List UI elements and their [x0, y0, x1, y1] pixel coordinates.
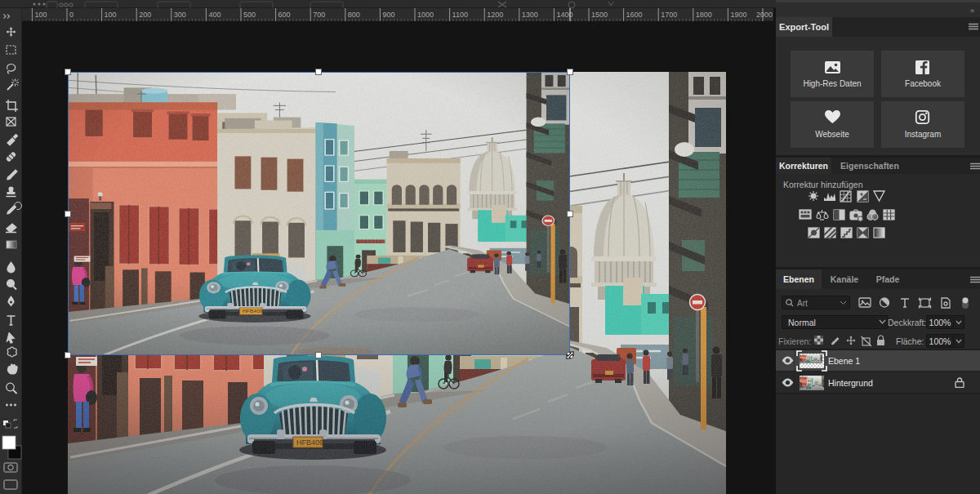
svg-text:700: 700 [313, 11, 325, 19]
svg-text:900: 900 [382, 11, 394, 19]
svg-text:1600: 1600 [626, 11, 643, 19]
svg-text:100: 100 [105, 11, 117, 19]
svg-text:Webseite: Webseite [815, 130, 849, 139]
svg-text:100: 100 [34, 11, 47, 19]
svg-text:2000: 2000 [756, 11, 773, 19]
svg-text:200: 200 [139, 11, 151, 19]
svg-text:500: 500 [243, 11, 256, 19]
svg-text:1800: 1800 [696, 11, 712, 19]
svg-text:1100: 1100 [452, 11, 468, 19]
svg-text:300: 300 [174, 11, 186, 19]
svg-text:High-Res Daten: High-Res Daten [803, 79, 861, 88]
svg-text:1900: 1900 [730, 11, 746, 19]
svg-text:1300: 1300 [522, 11, 538, 19]
svg-text:1000: 1000 [417, 11, 434, 19]
svg-text:1700: 1700 [661, 11, 677, 19]
svg-text:600: 600 [278, 11, 291, 19]
svg-text:400: 400 [208, 11, 220, 19]
svg-text:0: 0 [69, 11, 74, 19]
svg-text:1500: 1500 [591, 11, 608, 19]
svg-text:1200: 1200 [487, 11, 503, 19]
svg-text:800: 800 [348, 11, 360, 19]
svg-text:Art: Art [797, 299, 808, 308]
svg-text:Instagram: Instagram [905, 130, 941, 139]
svg-text:Facebook: Facebook [905, 79, 942, 88]
